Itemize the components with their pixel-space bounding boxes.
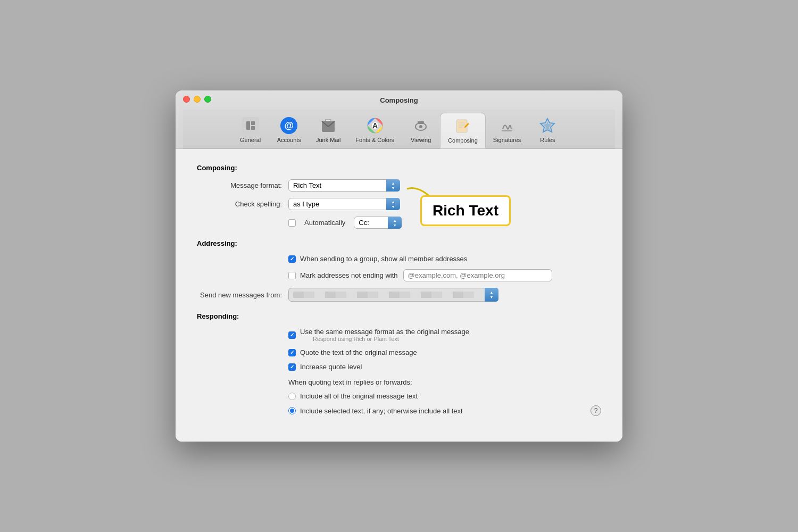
mark-addresses-checkbox[interactable] xyxy=(288,272,296,279)
general-icon xyxy=(241,116,260,135)
main-window: Composing General @ Accounts xyxy=(176,90,622,442)
same-format-note: Respond using Rich or Plain Text xyxy=(313,336,469,342)
check-spelling-select-wrapper: as I type never when I click Send xyxy=(288,198,400,210)
include-selected-label: Include selected text, if any; otherwise… xyxy=(300,407,463,415)
check-spelling-label: Check spelling: xyxy=(197,200,282,208)
composing-section-title: Composing: xyxy=(197,164,601,172)
svg-rect-0 xyxy=(246,121,250,130)
responding-section: Responding: Use the same message format … xyxy=(197,312,601,416)
automatically-checkbox[interactable] xyxy=(288,219,296,227)
composing-section: Composing: Message format: Rich Text Pla… xyxy=(197,164,601,229)
toolbar-item-rules[interactable]: Rules xyxy=(528,113,567,148)
increase-quote-label: Increase quote level xyxy=(300,363,362,371)
send-from-row: Send new messages from: xyxy=(197,288,601,302)
toolbar-item-composing[interactable]: Composing xyxy=(440,113,486,148)
include-all-label: Include all of the original message text xyxy=(300,392,418,400)
fonts-colors-icon: A xyxy=(365,116,385,135)
content-area: Composing: Message format: Rich Text Pla… xyxy=(176,149,622,442)
toolbar-label-viewing: Viewing xyxy=(411,137,431,143)
junk-mail-icon xyxy=(319,116,338,135)
send-from-field xyxy=(288,288,498,302)
same-format-label: Use the same message format as the origi… xyxy=(300,328,469,336)
mark-addresses-row: Mark addresses not ending with xyxy=(288,269,601,281)
svg-text:A: A xyxy=(372,121,378,130)
svg-rect-1 xyxy=(251,121,255,125)
message-format-select-wrapper: Rich Text Plain Text xyxy=(288,179,400,192)
include-selected-radio[interactable] xyxy=(288,407,296,414)
send-from-container xyxy=(288,288,498,302)
cc-select-wrapper: Cc: Bcc: xyxy=(354,217,402,229)
same-format-label-group: Use the same message format as the origi… xyxy=(300,328,469,342)
message-format-row: Message format: Rich Text Plain Text xyxy=(197,179,601,192)
signatures-icon xyxy=(497,116,517,135)
close-button[interactable] xyxy=(183,96,190,103)
same-format-row: Use the same message format as the origi… xyxy=(288,328,601,342)
toolbar-item-junk-mail[interactable]: Junk Mail xyxy=(309,113,348,148)
toolbar-label-fonts-colors: Fonts & Colors xyxy=(355,137,394,143)
composing-icon xyxy=(453,117,472,136)
same-format-checkbox[interactable] xyxy=(288,331,296,339)
group-addresses-checkbox[interactable] xyxy=(288,255,296,263)
maximize-button[interactable] xyxy=(204,96,211,103)
accounts-icon: @ xyxy=(279,116,298,135)
toolbar-label-composing: Composing xyxy=(448,137,478,144)
toolbar-item-general[interactable]: General xyxy=(231,113,270,148)
group-addresses-row: When sending to a group, show all member… xyxy=(288,255,601,263)
automatically-label: Automatically xyxy=(304,219,345,227)
send-from-blur xyxy=(293,292,474,298)
include-all-row: Include all of the original message text xyxy=(288,392,601,400)
toolbar-item-accounts[interactable]: @ Accounts xyxy=(270,113,309,148)
addressing-section-title: Addressing: xyxy=(197,239,601,247)
quote-text-row: Quote the text of the original message xyxy=(288,348,601,356)
check-spelling-select[interactable]: as I type never when I click Send xyxy=(288,198,400,210)
help-button[interactable]: ? xyxy=(591,405,601,416)
toolbar: General @ Accounts xyxy=(183,110,615,148)
svg-rect-13 xyxy=(418,121,424,123)
minimize-button[interactable] xyxy=(194,96,201,103)
message-format-label: Message format: xyxy=(197,181,282,189)
titlebar: Composing General @ Accounts xyxy=(176,90,622,149)
message-format-container: Message format: Rich Text Plain Text xyxy=(197,179,601,192)
addressing-section: Addressing: When sending to a group, sho… xyxy=(197,239,601,302)
toolbar-label-junk-mail: Junk Mail xyxy=(316,137,340,143)
at-symbol: @ xyxy=(280,117,297,134)
send-from-label: Send new messages from: xyxy=(197,291,282,299)
rules-icon xyxy=(538,116,557,135)
toolbar-label-accounts: Accounts xyxy=(277,137,301,143)
increase-quote-checkbox[interactable] xyxy=(288,363,296,371)
include-selected-row: Include selected text, if any; otherwise… xyxy=(288,405,601,416)
rich-text-annotation-tooltip: Rich Text xyxy=(420,195,511,226)
svg-rect-2 xyxy=(251,126,255,130)
svg-rect-14 xyxy=(419,123,423,124)
include-all-radio[interactable] xyxy=(288,393,296,400)
quoting-title: When quoting text in replies or forwards… xyxy=(288,377,601,387)
message-format-select[interactable]: Rich Text Plain Text xyxy=(288,179,400,192)
toolbar-item-signatures[interactable]: Signatures xyxy=(486,113,529,148)
quoting-title-text: When quoting text in replies or forwards… xyxy=(288,378,412,386)
mark-addresses-input[interactable] xyxy=(403,269,552,281)
increase-quote-row: Increase quote level xyxy=(288,363,601,371)
mark-addresses-label: Mark addresses not ending with xyxy=(300,271,398,279)
toolbar-item-fonts-colors[interactable]: A Fonts & Colors xyxy=(348,113,402,148)
quote-text-checkbox[interactable] xyxy=(288,349,296,356)
responding-section-title: Responding: xyxy=(197,312,601,320)
toolbar-label-general: General xyxy=(240,137,261,143)
toolbar-item-viewing[interactable]: Viewing xyxy=(402,113,440,148)
toolbar-label-signatures: Signatures xyxy=(493,137,521,143)
window-title: Composing xyxy=(183,96,615,104)
viewing-icon xyxy=(411,116,430,135)
toolbar-label-rules: Rules xyxy=(540,137,555,143)
group-addresses-label: When sending to a group, show all member… xyxy=(300,255,467,263)
quote-text-label: Quote the text of the original message xyxy=(300,348,417,356)
svg-point-12 xyxy=(419,125,422,128)
check-spelling-row: Check spelling: as I type never when I c… xyxy=(197,198,601,210)
cc-select[interactable]: Cc: Bcc: xyxy=(354,217,402,229)
